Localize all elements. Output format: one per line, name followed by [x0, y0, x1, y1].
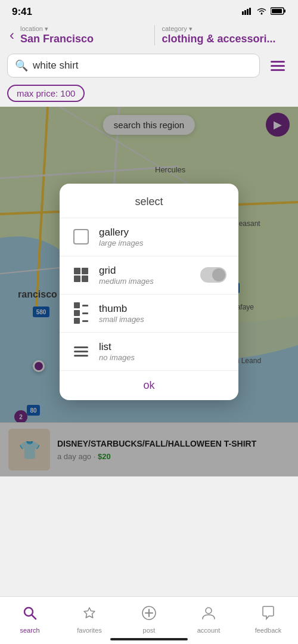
grid-icon-svg	[74, 268, 88, 282]
category-value: clothing & accessori...	[162, 33, 289, 45]
category-label: category ▾	[162, 25, 289, 33]
map-area: rancisco Hercules Pleasant San Leand Laf…	[0, 107, 298, 476]
thumb-row-2	[74, 310, 88, 316]
status-time: 9:41	[12, 6, 32, 18]
bottom-nav: search favorites post account	[0, 596, 298, 644]
search-bar-container: 🔍 white shirt	[0, 49, 298, 82]
category-filter[interactable]: category ▾ clothing & accessori...	[162, 25, 289, 45]
svg-rect-2	[247, 9, 249, 15]
account-nav-label: account	[197, 627, 221, 634]
location-value: San Francisco	[20, 33, 147, 45]
thumb-sq-3	[74, 318, 80, 324]
search-nav-label: search	[20, 627, 39, 634]
grid-toggle[interactable]	[200, 267, 226, 283]
toggle-thumb	[212, 268, 225, 281]
location-filter[interactable]: location ▾ San Francisco	[20, 25, 155, 45]
svg-line-32	[32, 615, 36, 620]
feedback-nav-label: feedback	[255, 627, 282, 634]
thumb-icon-svg	[74, 302, 88, 324]
favorites-nav-label: favorites	[77, 627, 102, 634]
list-option-name: list	[99, 341, 226, 353]
list-icon-svg	[74, 346, 88, 357]
modal-title: select	[60, 196, 238, 208]
thumb-option-desc: small images	[99, 315, 226, 324]
nav-search[interactable]: search	[0, 603, 60, 634]
svg-marker-33	[84, 608, 95, 618]
nav-favorites[interactable]: favorites	[60, 603, 119, 634]
grid-cell-3	[74, 275, 80, 282]
feedback-nav-icon	[260, 605, 276, 624]
list-line-1	[74, 346, 88, 348]
modal-ok-button[interactable]: ok	[60, 371, 238, 400]
search-input[interactable]: white shirt	[33, 60, 252, 72]
location-label: location ▾	[20, 25, 147, 33]
header-filters: location ▾ San Francisco category ▾ clot…	[20, 25, 288, 45]
search-input-wrap[interactable]: 🔍 white shirt	[7, 54, 260, 78]
modal-options: gallery large images	[60, 218, 238, 371]
grid-cell-4	[82, 275, 88, 282]
list-icon	[72, 342, 91, 361]
nav-feedback[interactable]: feedback	[238, 603, 298, 634]
battery-icon	[271, 7, 286, 17]
option-gallery[interactable]: gallery large images	[60, 218, 238, 256]
svg-rect-3	[249, 8, 251, 15]
menu-button[interactable]	[265, 52, 291, 79]
post-nav-icon	[141, 605, 157, 624]
signal-icon	[242, 7, 253, 17]
price-filter-tag[interactable]: max price: 100	[7, 85, 85, 102]
option-thumb[interactable]: thumb small images	[60, 295, 238, 333]
menu-line-3	[271, 69, 285, 71]
svg-rect-1	[244, 10, 246, 15]
status-bar: 9:41	[0, 0, 298, 21]
option-grid[interactable]: grid medium images	[60, 256, 238, 295]
grid-icon	[72, 265, 91, 284]
list-option-texts: list no images	[99, 341, 226, 362]
gallery-option-desc: large images	[99, 239, 226, 247]
filter-tags: max price: 100	[0, 82, 298, 107]
thumb-line-3	[82, 320, 88, 322]
thumb-sq-1	[74, 302, 80, 308]
status-icons	[242, 7, 286, 17]
list-line-2	[74, 351, 88, 352]
thumb-row-1	[74, 302, 88, 308]
svg-rect-0	[242, 11, 244, 15]
post-nav-label: post	[143, 627, 156, 634]
svg-rect-6	[284, 10, 286, 13]
thumb-row-3	[74, 318, 88, 324]
thumb-line-1	[82, 305, 88, 306]
menu-line-1	[271, 61, 285, 63]
nav-post[interactable]: post	[119, 603, 179, 634]
menu-line-2	[271, 65, 285, 67]
grid-cell-1	[74, 268, 80, 274]
search-icon: 🔍	[15, 59, 28, 72]
thumb-icon	[72, 304, 91, 323]
gallery-icon	[72, 227, 91, 246]
account-nav-icon	[201, 605, 216, 624]
option-list[interactable]: list no images	[60, 333, 238, 371]
favorites-nav-icon	[82, 605, 97, 624]
gallery-option-texts: gallery large images	[99, 227, 226, 247]
modal-overlay: select gallery large images	[0, 107, 298, 476]
wifi-icon	[256, 7, 267, 17]
select-modal: select gallery large images	[60, 184, 238, 400]
nav-account[interactable]: account	[179, 603, 238, 634]
checkbox-unchecked	[73, 229, 89, 244]
thumb-option-texts: thumb small images	[99, 303, 226, 324]
gallery-option-name: gallery	[99, 227, 226, 239]
grid-cell-2	[82, 268, 88, 274]
home-indicator	[110, 638, 188, 640]
list-option-desc: no images	[99, 353, 226, 362]
search-nav-icon	[22, 605, 38, 624]
thumb-line-2	[82, 312, 88, 314]
svg-point-37	[206, 608, 212, 614]
svg-point-4	[261, 13, 263, 15]
modal-ok-label: ok	[143, 379, 154, 391]
header: ‹ location ▾ San Francisco category ▾ cl…	[0, 21, 298, 49]
thumb-option-name: thumb	[99, 303, 226, 315]
thumb-sq-2	[74, 310, 80, 316]
back-button[interactable]: ‹	[10, 27, 14, 44]
list-line-3	[74, 355, 88, 357]
svg-rect-7	[272, 9, 282, 13]
